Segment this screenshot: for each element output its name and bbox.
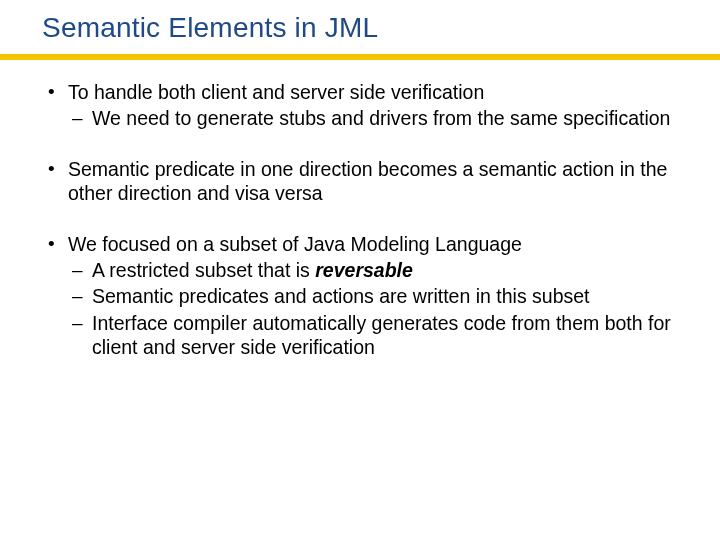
sub-bullet-text: A restricted subset that is [92,259,315,281]
bullet-item: We focused on a subset of Java Modeling … [44,232,676,360]
sub-bullet-text: We need to generate stubs and drivers fr… [92,107,670,129]
sub-bullet-text: Interface compiler automatically generat… [92,312,671,358]
sub-bullet-list: A restricted subset that is reversable S… [68,258,676,360]
bullet-text: Semantic predicate in one direction beco… [68,158,667,204]
slide-title: Semantic Elements in JML [42,12,720,44]
bullet-item: To handle both client and server side ve… [44,80,676,131]
bullet-text: To handle both client and server side ve… [68,81,484,103]
sub-bullet-item: We need to generate stubs and drivers fr… [68,106,676,130]
sub-bullet-item: Interface compiler automatically generat… [68,311,676,360]
bullet-text: We focused on a subset of Java Modeling … [68,233,522,255]
sub-bullet-item: Semantic predicates and actions are writ… [68,284,676,308]
title-area: Semantic Elements in JML [0,0,720,50]
sub-bullet-text: Semantic predicates and actions are writ… [92,285,590,307]
sub-bullet-list: We need to generate stubs and drivers fr… [68,106,676,130]
bullet-list: To handle both client and server side ve… [44,80,676,359]
sub-bullet-item: A restricted subset that is reversable [68,258,676,282]
emphasized-word: reversable [315,259,413,281]
bullet-item: Semantic predicate in one direction beco… [44,157,676,206]
slide-content: To handle both client and server side ve… [0,60,720,359]
